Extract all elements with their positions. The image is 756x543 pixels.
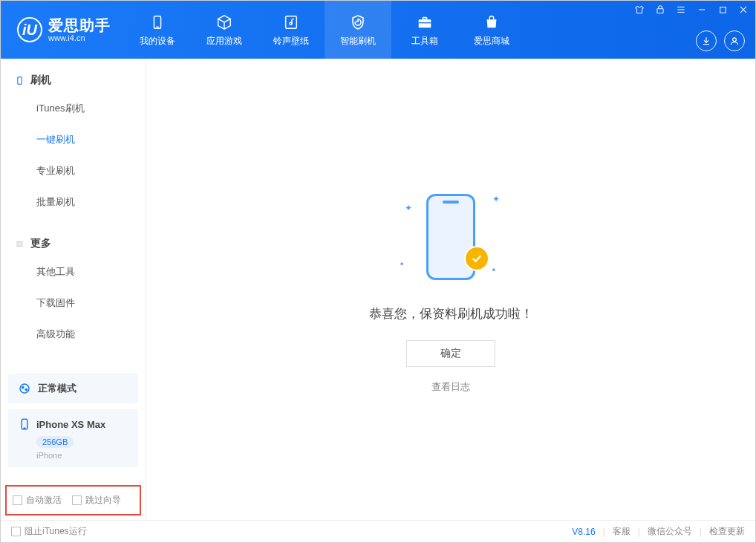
spark-icon: ✦ bbox=[492, 194, 500, 204]
logo-icon: iU bbox=[17, 17, 42, 42]
checkbox-label: 阻止iTunes运行 bbox=[25, 525, 87, 538]
spark-icon: • bbox=[492, 265, 495, 276]
nav-label: 爱思商城 bbox=[474, 35, 509, 48]
spark-icon: ✦ bbox=[405, 203, 412, 213]
sidebar-item-other-tools[interactable]: 其他工具 bbox=[1, 256, 146, 287]
ok-button[interactable]: 确定 bbox=[406, 340, 495, 367]
sidebar-section-more: 更多 其他工具 下载固件 高级功能 bbox=[1, 222, 146, 354]
sidebar-item-batch-flash[interactable]: 批量刷机 bbox=[1, 186, 146, 218]
mode-card[interactable]: 正常模式 bbox=[8, 374, 138, 403]
logo-title: 爱思助手 bbox=[48, 17, 111, 33]
download-button[interactable] bbox=[696, 30, 717, 51]
svg-rect-5 bbox=[423, 17, 427, 19]
svg-point-23 bbox=[25, 388, 27, 390]
nav-apps-games[interactable]: 应用游戏 bbox=[191, 1, 258, 59]
nav-label: 应用游戏 bbox=[206, 35, 242, 48]
mode-icon bbox=[17, 381, 32, 396]
sidebar-section-flash: 刷机 iTunes刷机 一键刷机 专业刷机 批量刷机 bbox=[1, 59, 146, 222]
checkbox-skip-guide[interactable]: 跳过向导 bbox=[72, 494, 121, 507]
nav: 我的设备 应用游戏 铃声壁纸 智能刷机 工具箱 爱思商城 bbox=[124, 1, 525, 59]
sidebar-item-onekey-flash[interactable]: 一键刷机 bbox=[1, 124, 146, 155]
sidebar-head-label: 更多 bbox=[30, 237, 51, 250]
svg-rect-17 bbox=[17, 77, 21, 84]
svg-point-22 bbox=[22, 386, 24, 388]
view-log-link[interactable]: 查看日志 bbox=[431, 380, 470, 394]
svg-point-3 bbox=[290, 22, 292, 25]
shirt-icon[interactable] bbox=[633, 4, 645, 16]
device-icon bbox=[148, 13, 167, 32]
check-update-link[interactable]: 检查更新 bbox=[709, 525, 745, 538]
device-card[interactable]: iPhone XS Max 256GB iPhone bbox=[8, 409, 138, 467]
nav-smart-flash[interactable]: 智能刷机 bbox=[325, 1, 391, 59]
bag-icon bbox=[482, 13, 501, 32]
sidebar-head-label: 刷机 bbox=[30, 74, 51, 87]
success-message: 恭喜您，保资料刷机成功啦！ bbox=[369, 305, 533, 322]
success-check-icon bbox=[464, 246, 489, 271]
version-label: V8.16 bbox=[572, 527, 595, 537]
checkbox-auto-activate[interactable]: 自动激活 bbox=[13, 494, 62, 507]
device-type: iPhone bbox=[36, 451, 62, 460]
wechat-link[interactable]: 微信公众号 bbox=[648, 525, 692, 538]
logo[interactable]: iU 爱思助手 www.i4.cn bbox=[1, 1, 124, 59]
svg-point-21 bbox=[20, 384, 29, 393]
phone-icon bbox=[14, 75, 25, 85]
support-link[interactable]: 客服 bbox=[613, 525, 630, 538]
nav-store[interactable]: 爱思商城 bbox=[458, 1, 525, 59]
user-button[interactable] bbox=[724, 30, 745, 51]
header-actions bbox=[696, 30, 745, 51]
separator: | bbox=[638, 527, 640, 537]
success-illustration: ✦ ✦ • • bbox=[399, 185, 503, 289]
bottom-options-highlighted: 自动激活 跳过向导 bbox=[5, 485, 141, 516]
phone-icon bbox=[17, 417, 32, 432]
separator: | bbox=[700, 527, 702, 537]
nav-label: 工具箱 bbox=[411, 35, 438, 48]
close-icon[interactable] bbox=[737, 4, 749, 16]
list-icon bbox=[14, 238, 25, 249]
checkbox-label: 自动激活 bbox=[26, 494, 62, 507]
music-icon bbox=[281, 13, 301, 32]
logo-text: 爱思助手 www.i4.cn bbox=[48, 17, 111, 42]
separator: | bbox=[603, 527, 605, 537]
nav-my-device[interactable]: 我的设备 bbox=[124, 1, 191, 59]
statusbar-left: 阻止iTunes运行 bbox=[11, 525, 87, 538]
checkbox-block-itunes[interactable]: 阻止iTunes运行 bbox=[11, 525, 87, 538]
lock-icon[interactable] bbox=[654, 4, 666, 16]
svg-rect-7 bbox=[657, 9, 663, 13]
svg-rect-6 bbox=[419, 22, 431, 23]
mode-label: 正常模式 bbox=[38, 382, 76, 395]
spark-icon: • bbox=[400, 259, 403, 270]
statusbar-right: V8.16 | 客服 | 微信公众号 | 检查更新 bbox=[572, 525, 745, 538]
minimize-icon[interactable] bbox=[696, 4, 708, 16]
sidebar-item-itunes-flash[interactable]: iTunes刷机 bbox=[1, 93, 146, 124]
checkbox-icon bbox=[13, 495, 22, 505]
sidebar: 刷机 iTunes刷机 一键刷机 专业刷机 批量刷机 更多 其他工具 下载固件 … bbox=[1, 59, 146, 520]
nav-toolbox[interactable]: 工具箱 bbox=[391, 1, 458, 59]
logo-sub: www.i4.cn bbox=[48, 33, 111, 42]
cube-icon bbox=[215, 13, 234, 32]
window-controls bbox=[633, 4, 749, 16]
checkbox-icon bbox=[72, 495, 82, 505]
device-cards: 正常模式 iPhone XS Max 256GB iPhone bbox=[1, 366, 146, 481]
sidebar-head-flash: 刷机 bbox=[1, 63, 146, 93]
sidebar-head-more: 更多 bbox=[1, 227, 146, 256]
device-name: iPhone XS Max bbox=[36, 419, 105, 430]
main-content: ✦ ✦ • • 恭喜您，保资料刷机成功啦！ 确定 查看日志 bbox=[146, 59, 755, 520]
body: 刷机 iTunes刷机 一键刷机 专业刷机 批量刷机 更多 其他工具 下载固件 … bbox=[1, 59, 755, 520]
nav-label: 铃声壁纸 bbox=[273, 35, 309, 48]
sidebar-item-pro-flash[interactable]: 专业刷机 bbox=[1, 155, 146, 186]
nav-label: 智能刷机 bbox=[340, 35, 376, 48]
header: iU 爱思助手 www.i4.cn 我的设备 应用游戏 铃声壁纸 智能刷机 工具… bbox=[1, 1, 755, 59]
nav-ringtones-wallpapers[interactable]: 铃声壁纸 bbox=[258, 1, 325, 59]
svg-rect-4 bbox=[419, 19, 431, 27]
svg-rect-12 bbox=[720, 7, 726, 13]
menu-icon[interactable] bbox=[675, 4, 687, 16]
sidebar-item-download-firmware[interactable]: 下载固件 bbox=[1, 287, 146, 319]
maximize-icon[interactable] bbox=[717, 4, 729, 16]
checkbox-icon bbox=[11, 527, 21, 536]
sidebar-item-advanced[interactable]: 高级功能 bbox=[1, 319, 146, 350]
statusbar: 阻止iTunes运行 V8.16 | 客服 | 微信公众号 | 检查更新 bbox=[1, 520, 755, 542]
toolbox-icon bbox=[415, 13, 434, 32]
checkbox-label: 跳过向导 bbox=[85, 494, 121, 507]
shield-icon bbox=[348, 13, 368, 32]
device-capacity: 256GB bbox=[36, 436, 74, 448]
